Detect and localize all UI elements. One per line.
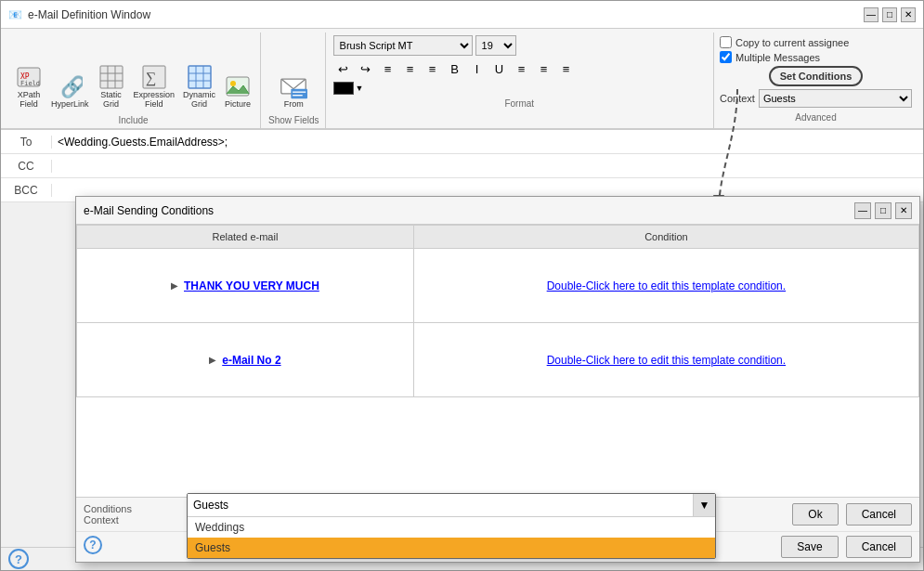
condition-cell-2[interactable]: Double-Click here to edit this template … <box>413 323 918 397</box>
expand-arrow-2[interactable]: ▶ <box>209 355 216 365</box>
modal-title-controls[interactable]: — □ ✕ <box>854 202 912 219</box>
font-select[interactable]: Brush Script MT <box>333 35 473 56</box>
condition-cell-1[interactable]: Double-Click here to edit this template … <box>413 249 918 323</box>
dropdown-option-weddings[interactable]: Weddings <box>188 517 715 538</box>
dynamic-grid-button[interactable]: DynamicGrid <box>180 61 218 111</box>
modal-maximize-button[interactable]: □ <box>875 202 891 219</box>
main-window: 📧 e-Mail Definition Window — □ ✕ XPField… <box>0 0 924 571</box>
conditions-context-labels: Conditions Context <box>84 503 149 526</box>
show-fields-label: Show Fields <box>268 113 319 128</box>
format-row2: ↩ ↪ ≡ ≡ ≡ B I U ≡ ≡ ≡ <box>333 58 706 80</box>
redo-button[interactable]: ↪ <box>356 59 376 78</box>
context-dropdown: ▼ Weddings Guests <box>187 493 716 559</box>
main-help-icon[interactable]: ? <box>8 549 29 569</box>
static-grid-label: StaticGrid <box>100 91 122 110</box>
conditions-label: Conditions <box>84 503 149 514</box>
svg-rect-4 <box>100 66 123 88</box>
modal-close-button[interactable]: ✕ <box>895 202 912 219</box>
color-dropdown-arrow[interactable]: ▼ <box>356 84 364 93</box>
table-row: ▶ THANK YOU VERY MUCH Double-Click here … <box>77 249 919 323</box>
align-left-button[interactable]: ≡ <box>378 59 398 78</box>
table-row: ▶ e-Mail No 2 Double-Click here to edit … <box>77 323 919 397</box>
outdent-button[interactable]: ≡ <box>556 59 577 78</box>
set-conditions-button[interactable]: Set Conditions <box>769 66 864 86</box>
indent-button[interactable]: ≡ <box>534 59 554 78</box>
to-field[interactable] <box>52 136 923 149</box>
maximize-button[interactable]: □ <box>882 7 897 22</box>
title-bar: 📧 e-Mail Definition Window — □ ✕ <box>1 1 923 29</box>
bold-button[interactable]: B <box>445 59 465 78</box>
help-icon-wrapper: ? <box>84 536 102 554</box>
condition-link-2[interactable]: Double-Click here to edit this template … <box>547 354 786 367</box>
format-label: Format <box>333 97 706 110</box>
static-grid-button[interactable]: StaticGrid <box>95 61 128 111</box>
svg-text:🔗: 🔗 <box>60 74 83 99</box>
dropdown-input[interactable] <box>188 494 693 516</box>
from-button[interactable]: From <box>277 71 310 111</box>
italic-button[interactable]: I <box>467 59 488 78</box>
bcc-label: BCC <box>1 184 52 197</box>
ok-button[interactable]: Ok <box>792 503 838 526</box>
picture-icon <box>224 72 252 100</box>
minimize-button[interactable]: — <box>864 7 878 22</box>
svg-text:Field: Field <box>20 80 40 87</box>
condition-link-1[interactable]: Double-Click here to edit this template … <box>547 279 786 292</box>
email-link-2[interactable]: e-Mail No 2 <box>222 354 280 367</box>
picture-button[interactable]: Picture <box>221 71 254 111</box>
include-group: XPField XPathField 🔗 HyperLink <box>7 32 261 128</box>
cc-field[interactable] <box>52 160 923 173</box>
font-size-select[interactable]: 19 <box>475 35 516 56</box>
save-button[interactable]: Save <box>781 536 838 558</box>
multiple-messages-label: Multiple Messages <box>735 52 820 63</box>
dropdown-input-row: ▼ <box>188 494 715 517</box>
context-select[interactable]: Guests Weddings <box>759 89 912 108</box>
static-grid-icon <box>98 63 125 91</box>
dropdown-option-guests[interactable]: Guests <box>188 538 715 558</box>
xpath-field-label: XPathField <box>18 91 41 110</box>
align-center-button[interactable]: ≡ <box>400 59 421 78</box>
copy-to-assignee-label: Copy to current assignee <box>735 37 849 48</box>
xpath-field-icon: XPField <box>15 63 43 91</box>
to-row: To <box>1 130 923 154</box>
color-box[interactable] <box>333 82 354 95</box>
dynamic-grid-label: DynamicGrid <box>183 91 215 110</box>
expression-field-label: ExpressionField <box>134 91 176 110</box>
picture-label: Picture <box>225 100 251 110</box>
hyperlink-icon: 🔗 <box>56 72 84 100</box>
cancel-button[interactable]: Cancel <box>846 503 912 526</box>
advanced-section: Copy to current assignee Multiple Messag… <box>713 32 917 128</box>
multiple-messages-checkbox[interactable] <box>720 51 732 63</box>
email-column-header: Related e-mail <box>77 226 414 249</box>
email-link-1[interactable]: THANK YOU VERY MUCH <box>184 279 319 292</box>
align-right-button[interactable]: ≡ <box>423 59 443 78</box>
hyperlink-button[interactable]: 🔗 HyperLink <box>48 71 92 111</box>
xpath-field-button[interactable]: XPField XPathField <box>12 61 46 111</box>
undo-button[interactable]: ↩ <box>333 59 354 78</box>
set-conditions-wrapper: Set Conditions <box>720 66 912 86</box>
expression-field-icon: ∑ <box>140 63 168 91</box>
close-button[interactable]: ✕ <box>901 7 916 22</box>
expression-field-button[interactable]: ∑ ExpressionField <box>131 61 178 111</box>
title-bar-controls[interactable]: — □ ✕ <box>864 7 916 22</box>
dynamic-grid-icon <box>186 63 214 91</box>
email-cell-1: ▶ THANK YOU VERY MUCH <box>77 249 414 323</box>
modal-minimize-button[interactable]: — <box>854 202 871 219</box>
cancel2-button[interactable]: Cancel <box>846 536 912 558</box>
copy-to-assignee-row: Copy to current assignee <box>720 36 912 48</box>
underline-button[interactable]: U <box>489 59 510 78</box>
help-icon[interactable]: ? <box>84 536 102 554</box>
to-label: To <box>1 136 52 149</box>
copy-to-assignee-checkbox[interactable] <box>720 36 732 48</box>
bcc-field[interactable] <box>52 184 923 197</box>
multiple-messages-row: Multiple Messages <box>720 51 912 63</box>
email-cell-2: ▶ e-Mail No 2 <box>77 323 414 397</box>
svg-point-17 <box>230 81 236 86</box>
from-label: From <box>284 100 304 110</box>
bullet-button[interactable]: ≡ <box>512 59 532 78</box>
modal-title-bar: e-Mail Sending Conditions — □ ✕ <box>76 197 919 225</box>
dropdown-arrow-button[interactable]: ▼ <box>693 494 715 516</box>
ribbon-top: XPField XPathField 🔗 HyperLink <box>1 29 923 128</box>
hyperlink-label: HyperLink <box>51 100 89 110</box>
context-label: Context <box>720 93 755 104</box>
expand-arrow-1[interactable]: ▶ <box>171 280 178 291</box>
